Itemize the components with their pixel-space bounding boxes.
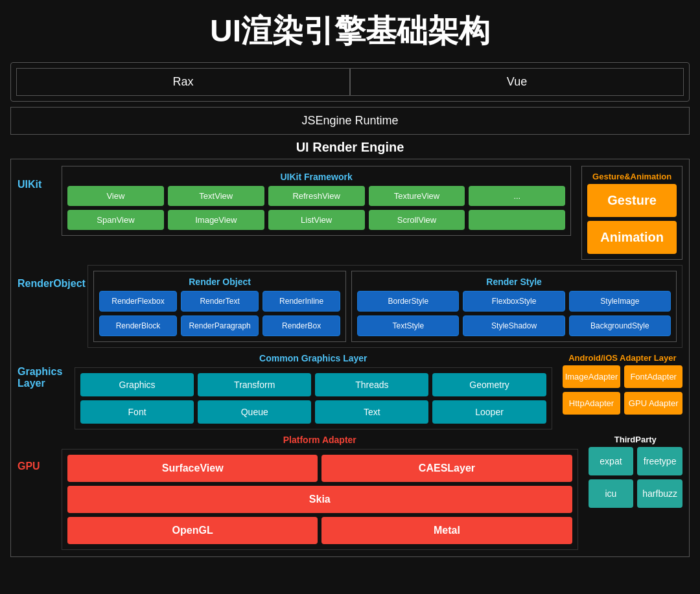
textview-btn: TextView (168, 186, 264, 206)
gpu-row1: SurfaceView CAESLayer (67, 455, 572, 482)
gpuadapter: GPU Adapter (624, 392, 682, 415)
adapter-grid: ImageAdapter FontAdapter HttpAdapter GPU… (563, 365, 682, 415)
uikit-framework-box: UIKit Framework View TextView RefreshVie… (62, 166, 571, 236)
text-btn: Text (315, 400, 428, 424)
freetype-btn: freetype (637, 447, 682, 475)
uikit-section: UIKit UIKit Framework View TextView Refr… (18, 166, 682, 260)
render-style-col-label: Render Style (357, 277, 671, 287)
gpu-row3: OpenGL Metal (67, 517, 572, 544)
graphics-grid: Graphics Transform Threads Geometry Font… (75, 367, 552, 429)
refreshview-btn: RefreshView (268, 186, 365, 206)
borderstyle: BorderStyle (357, 291, 459, 312)
render-cols: Render Object RenderFlexbox RenderText R… (93, 271, 677, 342)
surfaceview-btn: SurfaceView (67, 455, 318, 482)
opengl-btn: OpenGL (67, 517, 318, 544)
rax-vue-container: Rax Vue (10, 62, 690, 102)
httpadapter: HttpAdapter (563, 392, 621, 415)
imageadapter: ImageAdapter (563, 365, 621, 388)
engine-label: UI Render Engine (10, 140, 690, 155)
gesture-anim-container: Gesture&Animation Gesture Animation (576, 166, 682, 260)
styleimage: StyleImage (569, 291, 671, 312)
gesture-anim-label: Gesture&Animation (587, 172, 677, 181)
transform-btn: Transform (198, 373, 311, 396)
adapter-label: Android/iOS Adapter Layer (563, 353, 682, 363)
platform-adapter-label: Platform Adapter (62, 435, 578, 445)
render-obj-col-label: Render Object (99, 277, 340, 287)
graphics-layer-section: Graphics Layer Common Graphics Layer Gra… (18, 353, 682, 429)
rax-label: Rax (16, 68, 350, 96)
gpu-section: GPU Platform Adapter SurfaceView CAESLay… (18, 435, 682, 550)
graphics-layer-label: Graphics Layer (18, 353, 69, 389)
fontadapter: FontAdapter (624, 365, 682, 388)
ellipsis-btn: ... (469, 186, 565, 206)
render-object-section: RenderObject Render Object RenderFlexbox… (18, 265, 682, 348)
icu-btn: icu (589, 479, 634, 508)
queue-btn: Queue (198, 400, 311, 424)
backgroundstyle: BackgroundStyle (569, 315, 671, 336)
scrollview-btn: ScrollView (369, 210, 465, 230)
imageview-btn: ImageView (168, 210, 264, 230)
graphics-inner: Common Graphics Layer Graphics Transform… (75, 353, 552, 429)
render-style-col: Render Style BorderStyle FlexboxStyle St… (351, 271, 677, 342)
graphics-btn: Graphics (80, 373, 194, 396)
empty-btn (469, 210, 565, 230)
expat-btn: expat (589, 447, 634, 475)
adapter-panel: Android/iOS Adapter Layer ImageAdapter F… (563, 353, 682, 415)
view-btn: View (67, 186, 164, 206)
uikit-framework-label: UIKit Framework (67, 172, 565, 182)
geometry-btn: Geometry (432, 373, 546, 396)
animation-btn: Animation (587, 221, 677, 254)
gpu-grid: SurfaceView CAESLayer Skia OpenGL Metal (62, 449, 578, 550)
textureview-btn: TextureView (369, 186, 465, 206)
spanview-btn: SpanView (67, 210, 164, 230)
font-btn: Font (80, 400, 194, 424)
thirdparty-label: ThirdParty (589, 435, 682, 444)
textstyle: TextStyle (357, 315, 459, 336)
thirdparty-panel: ThirdParty expat freetype icu harfbuzz (589, 435, 682, 508)
styleshadow: StyleShadow (463, 315, 565, 336)
main-architecture: UIKit UIKit Framework View TextView Refr… (10, 159, 690, 557)
gesture-btn: Gesture (587, 184, 677, 217)
render-object-label: RenderObject (18, 265, 82, 290)
skia-btn: Skia (67, 486, 572, 513)
rendertext: RenderText (181, 291, 259, 312)
gpu-row2: Skia (67, 486, 572, 513)
caeslayer-btn: CAESLayer (321, 455, 572, 482)
render-object-inner: Render Object RenderFlexbox RenderText R… (88, 265, 682, 348)
renderinline: RenderInline (262, 291, 340, 312)
threads-btn: Threads (315, 373, 428, 396)
gpu-inner: Platform Adapter SurfaceView CAESLayer S… (62, 435, 578, 550)
render-obj-grid: RenderFlexbox RenderText RenderInline Re… (99, 291, 340, 336)
common-graphics-label: Common Graphics Layer (75, 353, 552, 363)
jsengine-box: JSEngine Runtime (10, 107, 690, 135)
listview-btn: ListView (268, 210, 365, 230)
metal-btn: Metal (321, 517, 572, 544)
uikit-label: UIKit (18, 166, 56, 190)
render-style-grid: BorderStyle FlexboxStyle StyleImage Text… (357, 291, 671, 336)
vue-label: Vue (350, 68, 684, 96)
renderparagraph: RenderParagraph (181, 315, 259, 336)
harfbuzz-btn: harfbuzz (637, 479, 682, 508)
renderflexbox: RenderFlexbox (99, 291, 177, 312)
render-obj-col: Render Object RenderFlexbox RenderText R… (93, 271, 346, 342)
renderbox: RenderBox (262, 315, 340, 336)
gpu-label: GPU (18, 435, 56, 472)
thirdparty-grid: expat freetype icu harfbuzz (589, 447, 682, 508)
flexboxstyle: FlexboxStyle (463, 291, 565, 312)
looper-btn: Looper (432, 400, 546, 424)
page-title: UI渲染引擎基础架构 (10, 10, 690, 52)
uikit-components-grid: View TextView RefreshView TextureView ..… (67, 186, 565, 230)
renderblock: RenderBlock (99, 315, 177, 336)
